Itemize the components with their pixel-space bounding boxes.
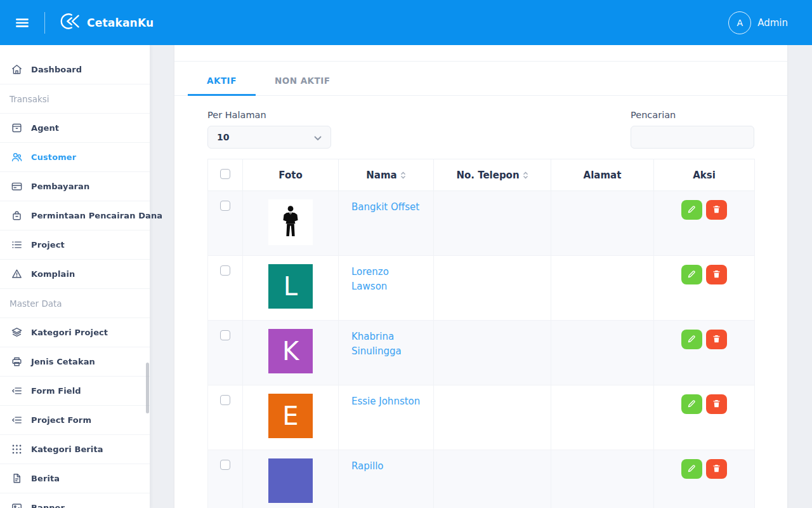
sidebar-item-dashboard[interactable]: Dashboard bbox=[0, 55, 150, 84]
sidebar-item-label: Banner bbox=[31, 503, 65, 508]
pencil-icon bbox=[687, 464, 697, 475]
customer-name-cell: Lorenzo Lawson bbox=[339, 256, 434, 321]
list-icon bbox=[11, 239, 23, 251]
image-icon bbox=[11, 502, 23, 508]
sidebar-item-jenis-cetakan[interactable]: Jenis Cetakan bbox=[0, 347, 150, 377]
row-checkbox[interactable] bbox=[220, 395, 230, 405]
customer-name-link[interactable]: Khabrina Sinulingga bbox=[351, 330, 426, 358]
row-actions-cell bbox=[654, 191, 755, 256]
sidebar-item-label: Pembayaran bbox=[31, 182, 89, 191]
edit-button[interactable] bbox=[681, 265, 702, 284]
customer-initial-avatar: K bbox=[268, 329, 313, 373]
customer-address-cell bbox=[551, 385, 654, 450]
table-row-khabrina-sinulingga: KKhabrina Sinulingga bbox=[208, 321, 755, 385]
table-row-essie-johnston: EEssie Johnston bbox=[208, 385, 755, 450]
per-page-group: Per Halaman 10 bbox=[207, 110, 331, 149]
trash-icon bbox=[712, 464, 721, 475]
column-label: Foto bbox=[278, 170, 302, 181]
row-actions-cell bbox=[654, 256, 755, 321]
customer-name-link[interactable]: Lorenzo Lawson bbox=[351, 265, 426, 293]
table-header-row: FotoNamaNo. TeleponAlamatAksi bbox=[208, 159, 755, 191]
sidebar-item-agent[interactable]: Agent bbox=[0, 114, 150, 143]
row-checkbox-cell bbox=[208, 385, 243, 450]
brand-name: CetakanKu bbox=[87, 17, 154, 29]
customer-photo-cell: L bbox=[243, 256, 339, 321]
column-label: Nama bbox=[366, 170, 396, 181]
sidebar-item-label: Permintaan Pencairan Dana bbox=[31, 211, 162, 220]
row-checkbox[interactable] bbox=[220, 201, 230, 211]
header-divider bbox=[44, 12, 45, 34]
edit-button[interactable] bbox=[681, 200, 702, 220]
edit-button[interactable] bbox=[681, 394, 702, 414]
per-page-value: 10 bbox=[217, 132, 314, 142]
sidebar-item-project[interactable]: Project bbox=[0, 231, 150, 260]
search-label: Pencarian bbox=[631, 110, 754, 120]
sidebar-item-label: Agent bbox=[31, 123, 59, 133]
column-header-foto: Foto bbox=[243, 159, 339, 191]
grid-dots-icon bbox=[11, 443, 23, 455]
printer-icon bbox=[11, 356, 23, 368]
data-customer-card: Data Customer AKTIFNON AKTIF Per Halaman… bbox=[174, 20, 787, 508]
customer-name-link[interactable]: Bangkit Offset bbox=[351, 200, 419, 215]
edit-button[interactable] bbox=[681, 459, 702, 479]
sidebar-item-permintaan-pencairan-dana[interactable]: Permintaan Pencairan Dana bbox=[0, 201, 150, 231]
row-checkbox-cell bbox=[208, 256, 243, 321]
top-header: CetakanKu A Admin bbox=[0, 0, 812, 45]
customer-name-link[interactable]: Rapillo bbox=[351, 459, 384, 474]
per-page-select[interactable]: 10 bbox=[207, 126, 331, 149]
sidebar-item-banner[interactable]: Banner bbox=[0, 493, 150, 508]
sidebar-item-kategori-berita[interactable]: Kategori Berita bbox=[0, 435, 150, 464]
sidebar-item-komplain[interactable]: Komplain bbox=[0, 260, 150, 289]
tab-non-aktif[interactable]: NON AKTIF bbox=[256, 62, 350, 96]
sidebar-scrollbar[interactable] bbox=[146, 363, 149, 413]
archive-box-icon bbox=[11, 122, 23, 134]
delete-button[interactable] bbox=[706, 330, 727, 349]
row-checkbox[interactable] bbox=[220, 330, 230, 340]
delete-button[interactable] bbox=[706, 200, 727, 220]
sidebar-item-pembayaran[interactable]: Pembayaran bbox=[0, 172, 150, 201]
sidebar-section-master-data: Master Data bbox=[0, 289, 150, 318]
sidebar-item-kategori-project[interactable]: Kategori Project bbox=[0, 318, 150, 347]
credit-card-icon bbox=[11, 180, 23, 192]
brand-logo[interactable]: CetakanKu bbox=[56, 11, 154, 34]
delete-button[interactable] bbox=[706, 394, 727, 414]
main-content: Data Customer AKTIFNON AKTIF Per Halaman… bbox=[150, 0, 812, 508]
sidebar-item-berita[interactable]: Berita bbox=[0, 464, 150, 493]
customer-address-cell bbox=[551, 256, 654, 321]
customer-name-cell: Khabrina Sinulingga bbox=[339, 321, 434, 385]
row-checkbox[interactable] bbox=[220, 460, 230, 470]
row-checkbox[interactable] bbox=[220, 265, 230, 276]
column-header-no-telepon[interactable]: No. Telepon bbox=[434, 159, 551, 191]
sidebar-item-label: Form Field bbox=[31, 386, 81, 396]
column-header-nama[interactable]: Nama bbox=[339, 159, 434, 191]
user-menu[interactable]: A Admin bbox=[728, 11, 788, 34]
sidebar-item-project-form[interactable]: Project Form bbox=[0, 406, 150, 435]
delete-button[interactable] bbox=[706, 265, 727, 284]
sidebar-item-label: Project bbox=[31, 240, 65, 250]
select-all-checkbox[interactable] bbox=[220, 169, 230, 179]
layers-icon bbox=[11, 326, 23, 338]
customer-address-cell bbox=[551, 191, 654, 256]
sidebar-item-label: Berita bbox=[31, 474, 60, 483]
customer-table: FotoNamaNo. TeleponAlamatAksi Bangkit Of… bbox=[207, 159, 755, 508]
customer-name-link[interactable]: Essie Johnston bbox=[351, 394, 420, 409]
indent-arrow-icon bbox=[11, 385, 23, 397]
customer-photo-cell: K bbox=[243, 321, 339, 385]
tab-aktif[interactable]: AKTIF bbox=[188, 62, 256, 96]
edit-button[interactable] bbox=[681, 330, 702, 349]
trash-icon bbox=[712, 204, 721, 216]
pencil-icon bbox=[687, 269, 697, 281]
column-label: Alamat bbox=[584, 170, 622, 181]
column-header-aksi: Aksi bbox=[654, 159, 755, 191]
sidebar-item-form-field[interactable]: Form Field bbox=[0, 377, 150, 406]
hamburger-menu-icon[interactable] bbox=[11, 12, 33, 34]
customer-photo-cell: E bbox=[243, 385, 339, 450]
sidebar-item-customer[interactable]: Customer bbox=[0, 143, 150, 172]
per-page-label: Per Halaman bbox=[207, 110, 331, 120]
delete-button[interactable] bbox=[706, 459, 727, 479]
status-tabs: AKTIFNON AKTIF bbox=[174, 62, 787, 96]
search-group: Pencarian bbox=[631, 110, 754, 149]
indent-arrow-icon bbox=[11, 414, 23, 426]
table-controls: Per Halaman 10 Pencarian bbox=[174, 96, 787, 159]
search-input[interactable] bbox=[631, 126, 754, 149]
